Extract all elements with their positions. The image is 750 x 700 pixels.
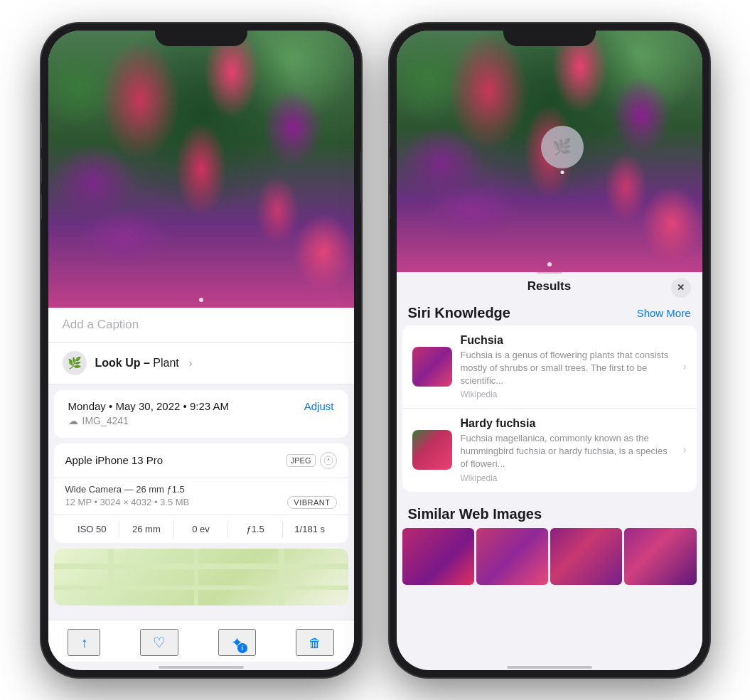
- siri-knowledge-header: Siri Knowledge Show More: [397, 299, 702, 325]
- specs-badges: JPEG: [286, 452, 337, 469]
- knowledge-item-hardy[interactable]: Hardy fuchsia Fuchsia magellanica, commo…: [402, 409, 697, 492]
- caption-area[interactable]: Add a Caption: [48, 308, 354, 343]
- photo-area[interactable]: [48, 31, 354, 308]
- similar-image-1[interactable]: [402, 528, 474, 585]
- focal-value: 26 mm: [119, 521, 174, 537]
- cloud-icon: [68, 415, 78, 426]
- knowledge-item-fuchsia[interactable]: Fuchsia Fuchsia is a genus of flowering …: [402, 325, 697, 409]
- right-screen: 🌿 Results ✕ Siri Knowledge Show More: [397, 31, 702, 670]
- similar-image-2[interactable]: [476, 528, 548, 585]
- ev-value: 0 ev: [174, 521, 229, 537]
- right-photo-indicator-dot: [547, 262, 552, 266]
- iso-value: ISO 50: [65, 521, 120, 537]
- adjust-button[interactable]: Adjust: [304, 400, 334, 412]
- lookup-row[interactable]: 🌿 Look Up – Plant ›: [48, 343, 354, 384]
- results-panel: Results ✕ Siri Knowledge Show More Fuchs…: [397, 272, 702, 662]
- info-badge: i: [237, 643, 247, 653]
- left-phone: Add a Caption 🌿 Look Up – Plant › Monday…: [41, 23, 361, 677]
- right-photo-area[interactable]: 🌿: [397, 31, 702, 272]
- format-badge: JPEG: [286, 454, 316, 467]
- delete-button[interactable]: [296, 629, 334, 656]
- specs-block: Apple iPhone 13 Pro JPEG Wide Camera — 2…: [54, 443, 348, 543]
- home-indicator: [159, 666, 244, 669]
- device-model: Apple iPhone 13 Pro: [65, 454, 164, 466]
- favorite-button[interactable]: [140, 629, 178, 656]
- aperture-value: ƒ1.5: [228, 521, 283, 537]
- caption-placeholder[interactable]: Add a Caption: [63, 318, 139, 331]
- lookup-icon-circle: 🌿: [63, 351, 87, 375]
- fuchsia-content: Fuchsia Fuchsia is a genus of flowering …: [461, 334, 675, 400]
- results-header: Results ✕: [397, 272, 702, 299]
- trash-icon: [309, 633, 321, 652]
- share-icon: [80, 633, 87, 652]
- similar-web-title: Similar Web Images: [397, 500, 702, 528]
- specs-camera: Wide Camera — 26 mm ƒ1.5 12 MP • 3024 × …: [54, 478, 348, 515]
- lookup-label-plant: Plant: [153, 357, 178, 369]
- shutter-value: 1/181 s: [283, 521, 337, 537]
- siri-knowledge-title: Siri Knowledge: [408, 305, 510, 321]
- notch: [155, 23, 247, 46]
- info-button[interactable]: ✦ i: [218, 629, 256, 656]
- right-notch: [503, 23, 596, 46]
- share-button[interactable]: [68, 629, 100, 656]
- lookup-text: Look Up – Plant: [95, 357, 179, 370]
- fuchsia-thumbnail: [412, 347, 452, 387]
- bottom-toolbar: ✦ i: [48, 620, 354, 662]
- left-screen: Add a Caption 🌿 Look Up – Plant › Monday…: [48, 31, 354, 670]
- drag-handle: [537, 272, 562, 274]
- map-svg: [54, 549, 348, 605]
- lookup-leaf-icon: 🌿: [552, 138, 572, 156]
- lookup-chevron-icon: ›: [189, 357, 193, 369]
- hardy-chevron-icon: ›: [682, 443, 686, 456]
- file-name: IMG_4241: [82, 415, 129, 426]
- hardy-source: Wikipedia: [461, 473, 675, 483]
- leaf-icon: 🌿: [68, 356, 82, 370]
- photo-indicator-dot: [199, 298, 203, 302]
- close-button[interactable]: ✕: [671, 278, 691, 298]
- specs-header: Apple iPhone 13 Pro JPEG: [54, 443, 348, 478]
- color-profile-badge: VIBRANT: [287, 496, 336, 509]
- results-title: Results: [527, 279, 571, 294]
- hardy-description: Fuchsia magellanica, commonly known as t…: [461, 432, 675, 471]
- megapixels: 12 MP • 3024 × 4032 • 3.5 MB: [65, 497, 190, 507]
- photo-date: Monday • May 30, 2022 • 9:23 AM: [68, 400, 229, 412]
- similar-web-section: Similar Web Images: [397, 497, 702, 585]
- fuchsia-chevron-icon: ›: [682, 360, 686, 373]
- similar-image-4[interactable]: [624, 528, 696, 585]
- hardy-thumb-image: [412, 430, 452, 470]
- hardy-name: Hardy fuchsia: [461, 417, 675, 430]
- location-badge-icon: [320, 452, 337, 469]
- fuchsia-name: Fuchsia: [461, 334, 675, 347]
- hardy-content: Hardy fuchsia Fuchsia magellanica, commo…: [461, 417, 675, 483]
- date-row: Monday • May 30, 2022 • 9:23 AM Adjust I…: [54, 390, 348, 438]
- right-phone: 🌿 Results ✕ Siri Knowledge Show More: [390, 23, 709, 677]
- map-area[interactable]: [54, 549, 348, 605]
- hardy-thumbnail: [412, 430, 452, 470]
- flower-photo: [48, 31, 354, 308]
- similar-image-3[interactable]: [550, 528, 622, 585]
- knowledge-card: Fuchsia Fuchsia is a genus of flowering …: [402, 325, 697, 492]
- fuchsia-source: Wikipedia: [461, 389, 675, 399]
- show-more-button[interactable]: Show More: [637, 307, 691, 319]
- similar-images-row: [397, 528, 702, 585]
- right-home-indicator: [507, 666, 592, 669]
- lookup-visual-indicator: 🌿: [541, 126, 584, 168]
- info-panel: Add a Caption 🌿 Look Up – Plant › Monday…: [48, 308, 354, 620]
- fuchsia-description: Fuchsia is a genus of flowering plants t…: [461, 349, 675, 388]
- camera-type: Wide Camera — 26 mm ƒ1.5: [65, 484, 337, 495]
- fuchsia-thumb-image: [412, 347, 452, 387]
- heart-icon: [153, 633, 166, 652]
- lookup-label-strong: Look Up –: [95, 357, 154, 369]
- specs-iso-row: ISO 50 26 mm 0 ev ƒ1.5 1/181 s: [54, 515, 348, 543]
- svg-point-0: [324, 456, 333, 465]
